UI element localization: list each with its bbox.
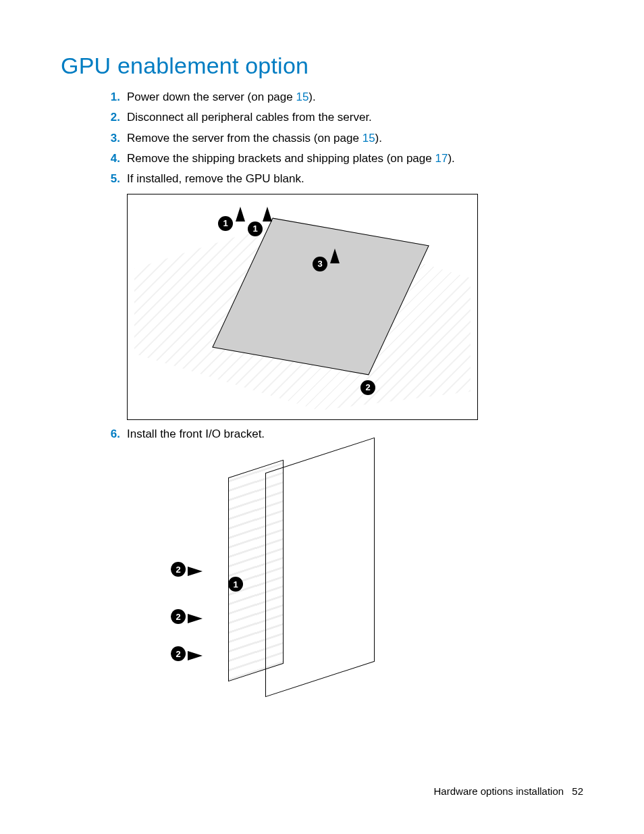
callout-badge: 2	[171, 562, 186, 577]
arrow-up-icon	[263, 207, 272, 221]
step-text-post: ).	[308, 90, 315, 103]
arrow-right-icon	[188, 567, 203, 576]
procedure-list-continued: Install the front I/O bracket.	[101, 425, 583, 443]
figure-illustration: 1 1 3 2	[127, 194, 478, 420]
callout-badge: 3	[313, 257, 327, 271]
page-footer: Hardware options installation 52	[434, 785, 583, 797]
step-text: Remove the server from the chassis (on p…	[127, 132, 363, 145]
step-3: Remove the server from the chassis (on p…	[101, 130, 583, 147]
figure-install-io-bracket: 2 1 2 2	[127, 448, 583, 705]
callout-badge: 2	[171, 646, 186, 661]
step-text: If installed, remove the GPU blank.	[127, 172, 304, 185]
step-5: If installed, remove the GPU blank.	[101, 170, 583, 188]
step-1: Power down the server (on page 15).	[101, 88, 583, 106]
callout-badge: 1	[248, 221, 263, 236]
callout-badge: 1	[218, 216, 233, 231]
step-text-post: ).	[375, 132, 382, 145]
footer-page-number: 52	[572, 785, 583, 797]
io-bracket-icon	[228, 460, 284, 682]
page-ref-link[interactable]: 15	[363, 132, 375, 145]
page: GPU enablement option Power down the ser…	[0, 0, 644, 834]
step-text-post: ).	[448, 152, 454, 165]
procedure-list: Power down the server (on page 15). Disc…	[101, 88, 583, 188]
callout-badge: 1	[228, 577, 243, 592]
step-6: Install the front I/O bracket.	[101, 425, 583, 443]
arrow-up-icon	[236, 207, 245, 221]
step-text: Disconnect all peripheral cables from th…	[127, 111, 372, 124]
section-heading: GPU enablement option	[61, 53, 583, 79]
callout-badge: 2	[360, 380, 375, 395]
arrow-up-icon	[330, 249, 340, 263]
step-text: Install the front I/O bracket.	[127, 427, 265, 440]
arrow-right-icon	[188, 614, 203, 623]
page-ref-link[interactable]: 15	[296, 90, 308, 103]
step-text: Power down the server (on page	[127, 90, 296, 103]
arrow-right-icon	[188, 651, 203, 660]
step-4: Remove the shipping brackets and shippin…	[101, 150, 583, 167]
footer-section-name: Hardware options installation	[434, 785, 564, 797]
figure-remove-gpu-blank: 1 1 3 2	[127, 194, 583, 420]
step-2: Disconnect all peripheral cables from th…	[101, 109, 583, 126]
callout-badge: 2	[171, 609, 186, 624]
illustration-placeholder: 1 1 3 2	[128, 194, 477, 419]
illustration-placeholder: 2 1 2 2	[127, 448, 380, 705]
step-text: Remove the shipping brackets and shippin…	[127, 152, 435, 165]
figure-illustration: 2 1 2 2	[127, 448, 380, 705]
page-ref-link[interactable]: 17	[435, 152, 448, 165]
